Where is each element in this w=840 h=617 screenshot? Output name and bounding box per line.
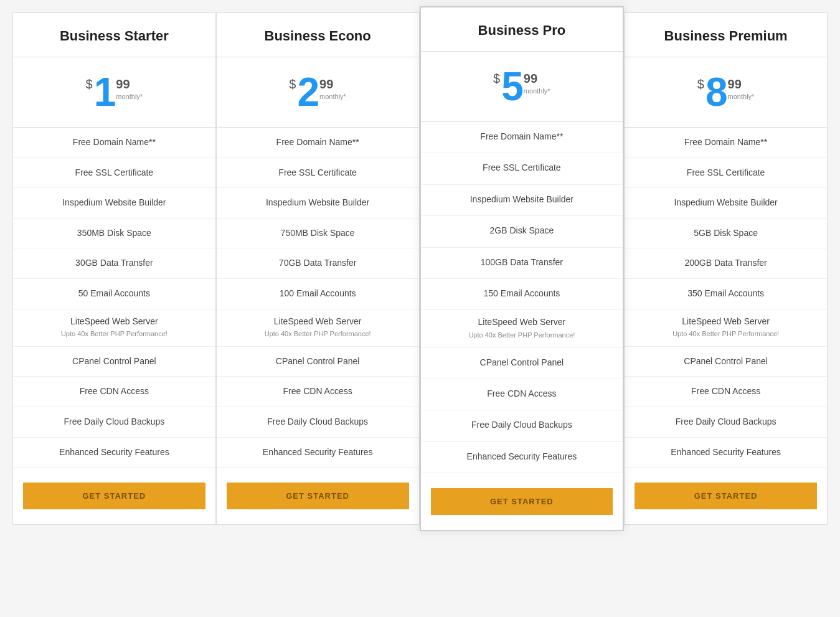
feature-row-premium-0: Free Domain Name** [625, 128, 827, 158]
plan-col-pro: Business Pro$599monthly*Free Domain Name… [420, 6, 625, 531]
feature-row-premium-10: Enhanced Security Features [625, 438, 827, 468]
feature-row-econo-2: Inspedium Website Builder [217, 188, 419, 219]
feature-row-starter-7: CPanel Control Panel [13, 347, 215, 377]
get-started-btn-starter[interactable]: GET STARTED [23, 483, 205, 509]
price-dollar-sign: $ [493, 72, 500, 86]
price-main-pro: 5 [501, 67, 524, 106]
btn-section-starter: GET STARTED [13, 468, 215, 524]
feature-row-starter-2: Inspedium Website Builder [13, 188, 215, 219]
feature-row-econo-1: Free SSL Certificate [217, 158, 419, 189]
feature-row-econo-7: CPanel Control Panel [217, 347, 419, 377]
feature-row-pro-0: Free Domain Name** [421, 122, 623, 153]
feature-row-pro-5: 150 Email Accounts [421, 279, 623, 310]
litespeed-main-text: LiteSpeed Web Server [274, 316, 362, 326]
feature-row-pro-10: Enhanced Security Features [421, 442, 623, 473]
price-main-premium: 8 [706, 72, 728, 112]
feature-row-pro-8: Free CDN Access [421, 379, 623, 410]
litespeed-badge: Upto 40x Better PHP Performance! [265, 330, 371, 337]
feature-row-pro-2: Inspedium Website Builder [421, 185, 623, 216]
plan-name-premium: Business Premium [635, 28, 817, 44]
litespeed-badge: Upto 40x Better PHP Performance! [61, 330, 168, 337]
feature-row-econo-8: Free CDN Access [217, 377, 419, 407]
price-period-starter: monthly* [116, 93, 143, 100]
litespeed-main-text: LiteSpeed Web Server [478, 317, 566, 327]
feature-row-econo-3: 750MB Disk Space [217, 219, 419, 249]
plan-price-section-starter: $199monthly* [13, 57, 215, 128]
feature-row-starter-9: Free Daily Cloud Backups [13, 407, 215, 438]
feature-row-starter-6: LiteSpeed Web ServerUpto 40x Better PHP … [13, 309, 215, 347]
plan-name-starter: Business Starter [23, 28, 205, 44]
feature-row-starter-0: Free Domain Name** [13, 128, 215, 158]
price-cents-econo: 99 [319, 77, 333, 92]
pricing-table: Business Starter$199monthly*Free Domain … [12, 12, 828, 525]
feature-row-starter-3: 350MB Disk Space [13, 219, 215, 249]
get-started-btn-premium[interactable]: GET STARTED [635, 483, 817, 509]
price-main-econo: 2 [297, 72, 319, 112]
feature-row-pro-7: CPanel Control Panel [421, 348, 623, 379]
price-dollar-sign: $ [697, 77, 704, 92]
plan-col-econo: Business Econo$299monthly*Free Domain Na… [216, 12, 420, 525]
feature-row-starter-1: Free SSL Certificate [13, 158, 215, 189]
feature-row-starter-5: 50 Email Accounts [13, 279, 215, 309]
feature-row-premium-9: Free Daily Cloud Backups [625, 407, 827, 438]
plan-name-econo: Business Econo [227, 28, 409, 44]
get-started-btn-pro[interactable]: GET STARTED [431, 488, 613, 515]
plan-header-econo: Business Econo [217, 13, 419, 57]
plan-price-section-pro: $599monthly* [421, 52, 623, 122]
feature-row-premium-6: LiteSpeed Web ServerUpto 40x Better PHP … [625, 309, 827, 347]
feature-row-starter-4: 30GB Data Transfer [13, 248, 215, 279]
feature-row-pro-3: 2GB Disk Space [421, 216, 623, 247]
feature-row-premium-4: 200GB Data Transfer [625, 248, 827, 279]
plan-header-starter: Business Starter [13, 13, 215, 57]
price-period-premium: monthly* [728, 93, 755, 100]
feature-row-econo-9: Free Daily Cloud Backups [217, 407, 419, 438]
get-started-btn-econo[interactable]: GET STARTED [227, 483, 409, 509]
feature-row-pro-9: Free Daily Cloud Backups [421, 410, 623, 441]
price-period-econo: monthly* [319, 93, 346, 100]
price-cents-premium: 99 [728, 77, 742, 92]
litespeed-badge: Upto 40x Better PHP Performance! [468, 331, 575, 339]
feature-row-econo-4: 70GB Data Transfer [217, 248, 419, 279]
litespeed-main-text: LiteSpeed Web Server [682, 316, 770, 326]
feature-row-premium-5: 350 Email Accounts [625, 279, 827, 309]
plan-price-section-econo: $299monthly* [217, 57, 419, 128]
feature-row-starter-8: Free CDN Access [13, 377, 215, 407]
price-cents-starter: 99 [116, 77, 130, 92]
plan-col-premium: Business Premium$899monthly*Free Domain … [624, 12, 828, 525]
price-dollar-sign: $ [289, 77, 296, 92]
plan-col-starter: Business Starter$199monthly*Free Domain … [12, 12, 216, 525]
feature-row-pro-1: Free SSL Certificate [421, 153, 623, 184]
price-main-starter: 1 [94, 72, 116, 112]
plan-header-pro: Business Pro [421, 7, 623, 52]
price-period-pro: monthly* [524, 87, 550, 95]
feature-row-premium-3: 5GB Disk Space [625, 219, 827, 249]
btn-section-econo: GET STARTED [217, 468, 419, 524]
feature-row-econo-10: Enhanced Security Features [217, 438, 419, 468]
btn-section-pro: GET STARTED [421, 473, 623, 530]
litespeed-badge: Upto 40x Better PHP Performance! [672, 330, 779, 337]
feature-row-econo-6: LiteSpeed Web ServerUpto 40x Better PHP … [217, 309, 419, 347]
price-dollar-sign: $ [86, 77, 93, 92]
feature-row-pro-4: 100GB Data Transfer [421, 248, 623, 279]
feature-row-premium-2: Inspedium Website Builder [625, 188, 827, 219]
feature-row-pro-6: LiteSpeed Web ServerUpto 40x Better PHP … [421, 310, 623, 347]
plan-name-pro: Business Pro [431, 22, 613, 39]
feature-row-premium-7: CPanel Control Panel [625, 347, 827, 377]
feature-row-starter-10: Enhanced Security Features [13, 438, 215, 468]
plan-header-premium: Business Premium [625, 13, 827, 57]
feature-row-econo-5: 100 Email Accounts [217, 279, 419, 309]
feature-row-premium-1: Free SSL Certificate [625, 158, 827, 189]
feature-row-econo-0: Free Domain Name** [217, 128, 419, 158]
btn-section-premium: GET STARTED [625, 468, 827, 524]
plan-price-section-premium: $899monthly* [625, 57, 827, 128]
litespeed-main-text: LiteSpeed Web Server [70, 316, 158, 326]
price-cents-pro: 99 [524, 72, 537, 86]
feature-row-premium-8: Free CDN Access [625, 377, 827, 407]
